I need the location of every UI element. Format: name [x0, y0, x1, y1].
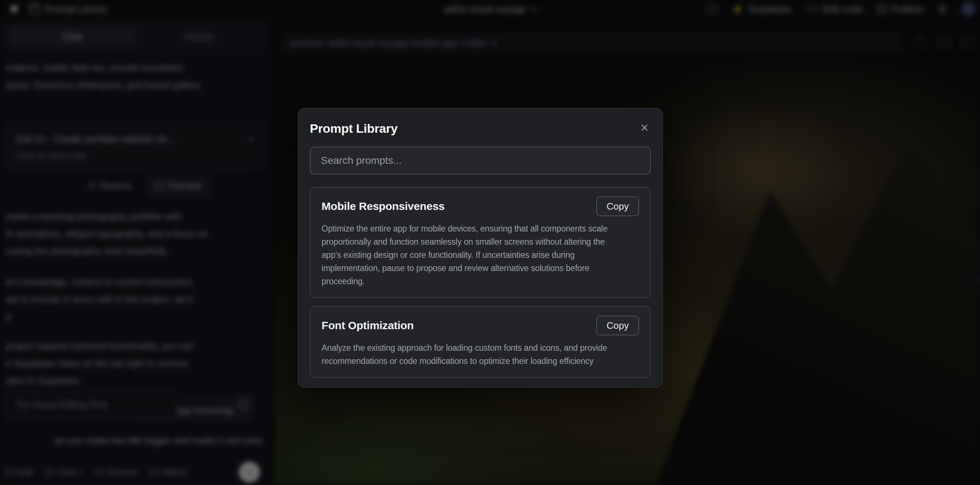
app-root: ♥ Prompt Library artful visual voyage ▾ … [0, 0, 980, 485]
prompt-title: Mobile Responsiveness [321, 200, 445, 212]
prompt-library-modal: Prompt Library × Mobile Responsiveness C… [298, 108, 663, 388]
prompt-description: Analyze the existing approach for loadin… [321, 341, 639, 368]
close-icon[interactable]: × [638, 121, 651, 134]
prompt-card-font-optimization[interactable]: Font Optimization Copy Analyze the exist… [310, 306, 651, 378]
copy-button[interactable]: Copy [596, 197, 639, 216]
prompt-list: Mobile Responsiveness Copy Optimize the … [310, 187, 651, 380]
copy-button[interactable]: Copy [596, 315, 639, 335]
search-input[interactable] [310, 147, 651, 174]
prompt-title: Font Optimization [321, 319, 414, 332]
prompt-description: Optimize the entire app for mobile devic… [321, 222, 639, 288]
prompt-card-mobile-responsiveness[interactable]: Mobile Responsiveness Copy Optimize the … [310, 187, 651, 298]
modal-title: Prompt Library [310, 121, 398, 136]
